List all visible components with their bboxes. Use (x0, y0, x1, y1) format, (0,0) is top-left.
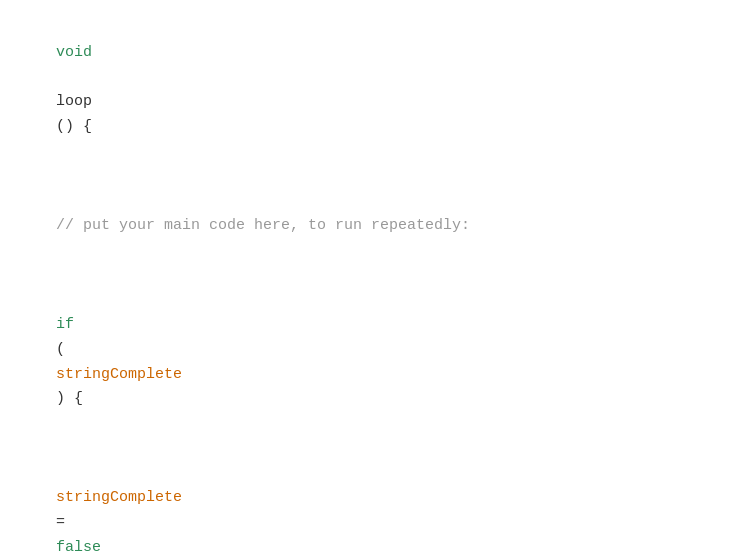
keyword-if: if (56, 316, 74, 333)
code-editor[interactable]: void loop () { // put your main code her… (0, 0, 750, 560)
keyword-void: void (56, 44, 92, 61)
var-stringcomplete-1: stringComplete (56, 366, 182, 383)
comment-1: // put your main code here, to run repea… (56, 217, 470, 234)
keyword-false: false (56, 539, 101, 556)
code-line-1: void loop () { (20, 16, 730, 165)
code-line-4: stringComplete = false ; (20, 437, 730, 560)
code-line-2: // put your main code here, to run repea… (20, 165, 730, 264)
code-line-3: if ( stringComplete ) { (20, 264, 730, 437)
fn-loop: loop (56, 93, 92, 110)
var-stringcomplete-2: stringComplete (56, 489, 182, 506)
